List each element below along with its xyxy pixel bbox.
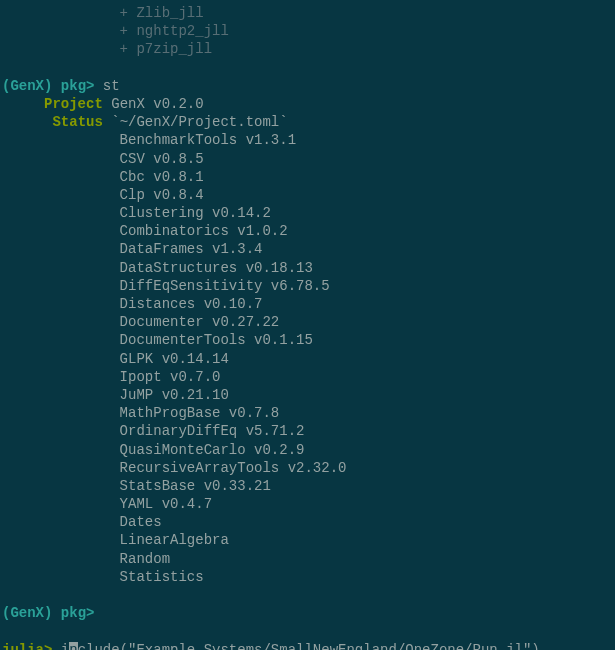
package-line: Statistics	[2, 568, 613, 586]
pkg-prompt-label: pkg>	[61, 605, 103, 621]
package-line: DataFrames v1.3.4	[2, 240, 613, 258]
package-line: QuasiMonteCarlo v0.2.9	[2, 441, 613, 459]
package-line: Random	[2, 550, 613, 568]
package-line: LinearAlgebra	[2, 531, 613, 549]
package-line: Dates	[2, 513, 613, 531]
package-line: DataStructures v0.18.13	[2, 259, 613, 277]
added-package-line: + Zlib_jll	[2, 4, 613, 22]
project-value: GenX v0.2.0	[103, 96, 204, 112]
pkg-prompt-line: (GenX) pkg> st	[2, 77, 613, 95]
status-label: Status	[52, 114, 102, 130]
pkg-prompt-name: GenX	[10, 78, 44, 94]
status-value: `~/GenX/Project.toml`	[103, 114, 288, 130]
package-line: Clp v0.8.4	[2, 186, 613, 204]
blank-line	[2, 622, 613, 640]
package-line: Clustering v0.14.2	[2, 204, 613, 222]
package-line: JuMP v0.21.10	[2, 386, 613, 404]
blank-line	[2, 59, 613, 77]
added-package-line: + nghttp2_jll	[2, 22, 613, 40]
package-line: BenchmarkTools v1.3.1	[2, 131, 613, 149]
package-line: StatsBase v0.33.21	[2, 477, 613, 495]
cursor: n	[69, 642, 77, 650]
julia-prompt: julia>	[2, 642, 61, 650]
pkg-prompt-name: GenX	[10, 605, 44, 621]
julia-input-after: clude("Example_Systems/SmallNewEngland/O…	[78, 642, 540, 650]
project-line: Project GenX v0.2.0	[2, 95, 613, 113]
project-label: Project	[44, 96, 103, 112]
pkg-prompt-close: )	[44, 605, 61, 621]
package-line: GLPK v0.14.14	[2, 350, 613, 368]
package-line: Distances v0.10.7	[2, 295, 613, 313]
package-line: Documenter v0.27.22	[2, 313, 613, 331]
package-line: DocumenterTools v0.1.15	[2, 331, 613, 349]
blank-line	[2, 586, 613, 604]
package-line: OrdinaryDiffEq v5.71.2	[2, 422, 613, 440]
added-package-line: + p7zip_jll	[2, 40, 613, 58]
package-line: CSV v0.8.5	[2, 150, 613, 168]
st-command: st	[103, 78, 120, 94]
package-line: DiffEqSensitivity v6.78.5	[2, 277, 613, 295]
pkg-prompt-line-empty: (GenX) pkg>	[2, 604, 613, 622]
package-line: MathProgBase v0.7.8	[2, 404, 613, 422]
package-line: Cbc v0.8.1	[2, 168, 613, 186]
package-line: Combinatorics v1.0.2	[2, 222, 613, 240]
package-line: YAML v0.4.7	[2, 495, 613, 513]
julia-input-before: i	[61, 642, 69, 650]
package-line: RecursiveArrayTools v2.32.0	[2, 459, 613, 477]
julia-prompt-line[interactable]: julia> include("Example_Systems/SmallNew…	[2, 641, 613, 650]
status-line: Status `~/GenX/Project.toml`	[2, 113, 613, 131]
pkg-prompt-close: )	[44, 78, 61, 94]
pkg-prompt-label: pkg>	[61, 78, 103, 94]
terminal-output: + Zlib_jll + nghttp2_jll + p7zip_jll (Ge…	[2, 4, 613, 650]
package-line: Ipopt v0.7.0	[2, 368, 613, 386]
